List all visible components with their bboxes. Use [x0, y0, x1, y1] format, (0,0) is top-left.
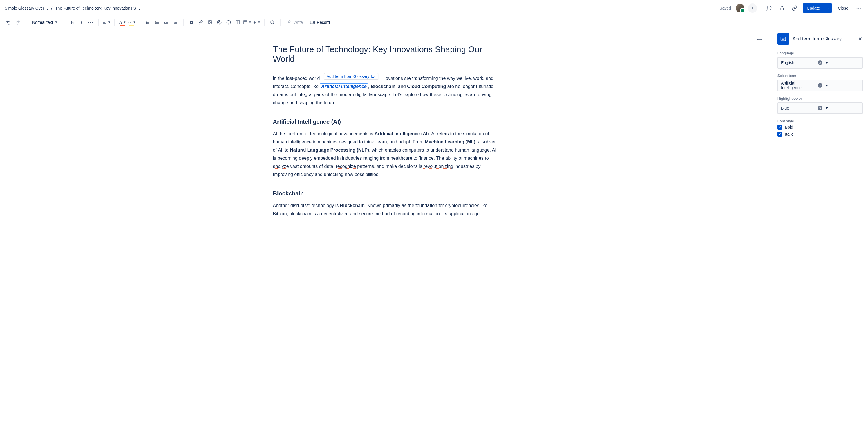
more-formatting-button[interactable]: ••• [86, 18, 95, 27]
text-run: , [368, 84, 371, 89]
numbered-list-button[interactable]: 123 [153, 18, 161, 27]
bold-text: Blockchain [340, 203, 365, 208]
paragraph[interactable]: At the forefront of technological advanc… [273, 130, 499, 179]
svg-point-1 [857, 7, 858, 8]
undo-button[interactable] [4, 18, 13, 27]
svg-rect-19 [310, 21, 313, 24]
glossary-floating-tag[interactable]: Add term from Glossary [324, 73, 379, 80]
update-dropdown[interactable] [824, 3, 832, 13]
svg-rect-15 [236, 21, 238, 24]
breadcrumb-parent[interactable]: Simple Glossary Over… [5, 6, 48, 10]
insert-link-button[interactable] [196, 18, 205, 27]
breadcrumb-current[interactable]: The Future of Technology: Key Innovation… [55, 6, 140, 10]
spellcheck-word[interactable]: analyze [273, 164, 289, 169]
bold-checkbox[interactable]: ✓ [777, 125, 782, 130]
table-button[interactable]: ▼ [243, 18, 251, 27]
chevron-down-icon[interactable]: ▼ [825, 83, 859, 88]
highlight-color-value: Blue [781, 106, 815, 110]
bullet-list-button[interactable] [143, 18, 152, 27]
update-button[interactable]: Update [803, 3, 824, 13]
highlight-color-select[interactable]: Blue ✕ ▼ [777, 102, 863, 114]
bold-text: Blockchain [371, 84, 395, 89]
glossary-term-chip[interactable]: Artificial Intelligence [320, 83, 368, 89]
record-label: Record [317, 20, 330, 25]
text-run: In the fast-paced world [273, 76, 320, 81]
breadcrumb-sep: / [51, 6, 52, 10]
italic-checkbox-label: Italic [785, 132, 794, 137]
font-style-label: Font style [777, 119, 863, 123]
text-run: At the forefront of technological advanc… [273, 131, 375, 136]
italic-checkbox[interactable]: ✓ [777, 132, 782, 137]
spellcheck-word[interactable]: recognize [336, 164, 356, 169]
bold-text: Artificial Intelligence (AI) [375, 131, 429, 136]
comment-icon[interactable] [765, 3, 774, 13]
redo-button[interactable] [13, 18, 22, 27]
svg-rect-16 [238, 21, 240, 24]
svg-point-13 [219, 22, 220, 23]
insert-image-button[interactable] [206, 18, 214, 27]
record-button[interactable]: Record [307, 18, 333, 27]
language-select[interactable]: English ✕ ▼ [777, 57, 863, 68]
text-style-label: Normal text [32, 20, 53, 25]
text-run: patterns, and make decisions is [356, 164, 424, 169]
page-title[interactable]: The Future of Technology: Key Innovation… [273, 45, 499, 64]
write-label: Write [293, 20, 303, 25]
clear-icon[interactable]: ✕ [818, 106, 823, 110]
glossary-side-panel: Add term from Glossary Language English … [772, 28, 868, 427]
invite-button[interactable] [748, 3, 757, 13]
top-bar: Simple Glossary Over… / The Future of Te… [0, 0, 868, 16]
bold-text: Natural Language Processing (NLP) [290, 148, 369, 152]
lock-icon[interactable] [777, 3, 786, 13]
action-item-button[interactable] [187, 18, 196, 27]
heading-ai[interactable]: Artificial Intelligence (AI) [273, 118, 499, 125]
svg-point-2 [858, 7, 859, 8]
chevron-down-icon[interactable]: ▼ [825, 60, 859, 65]
svg-rect-0 [780, 8, 783, 10]
mention-button[interactable] [215, 18, 224, 27]
clear-icon[interactable]: ✕ [818, 83, 823, 88]
bold-button[interactable]: B [68, 18, 76, 27]
more-icon[interactable] [854, 3, 863, 13]
spellcheck-word[interactable]: revolutionizing [424, 164, 453, 169]
svg-point-14 [227, 20, 230, 24]
editor-pane[interactable]: The Future of Technology: Key Innovation… [0, 28, 772, 427]
term-select[interactable]: Artificial Intelligence ✕ ▼ [777, 80, 863, 91]
svg-rect-17 [244, 21, 247, 24]
clear-icon[interactable]: ✕ [818, 60, 823, 65]
align-button[interactable]: ▼ [102, 18, 111, 27]
insert-more-button[interactable]: ▼ [252, 18, 261, 27]
svg-point-12 [209, 21, 210, 22]
language-value: English [781, 60, 815, 65]
find-button[interactable] [268, 18, 277, 27]
outdent-button[interactable] [162, 18, 170, 27]
text-color-button[interactable]: A ▼ [118, 18, 127, 27]
emoji-button[interactable] [224, 18, 233, 27]
close-icon[interactable] [858, 36, 863, 41]
avatar[interactable] [736, 4, 744, 12]
paragraph[interactable]: Another disruptive technology is Blockch… [273, 202, 499, 218]
panel-icon [777, 33, 789, 45]
text-style-select[interactable]: Normal text ▼ [29, 18, 60, 27]
svg-text:3: 3 [155, 23, 156, 24]
svg-rect-10 [190, 21, 193, 24]
top-right-controls: Saved Update Close [719, 3, 863, 13]
highlight-color-label: Highlight color [777, 96, 863, 101]
paragraph[interactable]: In the fast-paced world ovations are tra… [273, 74, 499, 107]
indent-button[interactable] [171, 18, 180, 27]
editor-toolbar: Normal text ▼ B I ••• ▼ A ▼ ▼ 123 [0, 16, 868, 28]
chevron-down-icon[interactable]: ▼ [825, 106, 859, 110]
close-button[interactable]: Close [836, 3, 850, 13]
svg-point-6 [146, 23, 147, 24]
language-label: Language [777, 51, 863, 55]
italic-button[interactable]: I [77, 18, 86, 27]
drag-handle-icon[interactable]: ⋮⋮ [268, 76, 274, 81]
svg-point-18 [271, 21, 274, 24]
term-label: Select term [777, 74, 863, 78]
heading-blockchain[interactable]: Blockchain [273, 190, 499, 197]
layout-button[interactable] [234, 18, 242, 27]
write-button[interactable]: Write [284, 18, 306, 27]
width-handle-icon[interactable] [757, 38, 763, 41]
highlight-color-button[interactable]: ▼ [127, 18, 136, 27]
term-value: Artificial Intelligence [781, 81, 815, 90]
link-icon[interactable] [790, 3, 799, 13]
